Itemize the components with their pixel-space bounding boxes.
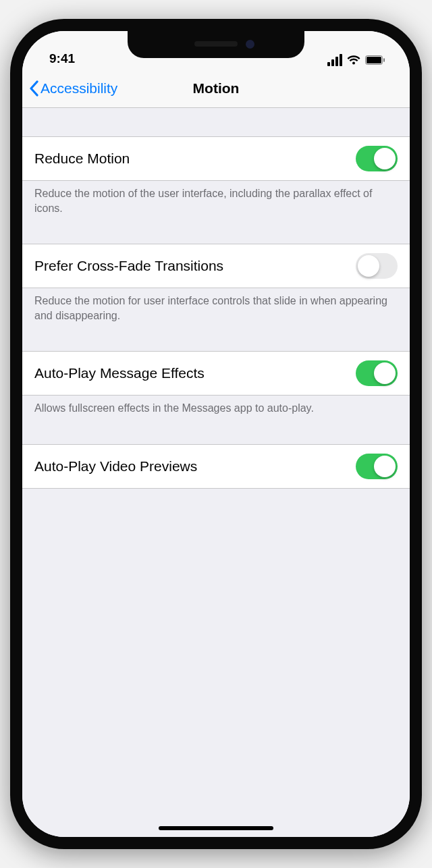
reduce-motion-footer: Reduce the motion of the user interface,… [22, 181, 410, 223]
navigation-bar: Accessibility Motion [22, 69, 410, 108]
notch [128, 31, 304, 58]
svg-rect-1 [367, 57, 381, 63]
home-indicator[interactable] [159, 826, 273, 830]
svg-rect-2 [383, 58, 385, 61]
auto-play-message-toggle[interactable] [356, 360, 398, 386]
page-title: Motion [193, 80, 240, 97]
content: Reduce Motion Reduce the motion of the u… [22, 108, 410, 837]
back-button[interactable]: Accessibility [29, 80, 117, 97]
reduce-motion-toggle[interactable] [356, 146, 398, 171]
reduce-motion-cell[interactable]: Reduce Motion [22, 136, 410, 181]
back-label: Accessibility [40, 80, 117, 97]
wifi-icon [347, 55, 360, 65]
auto-play-message-cell[interactable]: Auto-Play Message Effects [22, 351, 410, 396]
auto-play-video-label: Auto-Play Video Previews [34, 458, 197, 474]
auto-play-video-toggle[interactable] [356, 454, 398, 479]
cross-fade-cell[interactable]: Prefer Cross-Fade Transitions [22, 244, 410, 288]
cross-fade-label: Prefer Cross-Fade Transitions [34, 258, 223, 274]
reduce-motion-label: Reduce Motion [34, 151, 130, 167]
auto-play-video-cell[interactable]: Auto-Play Video Previews [22, 444, 410, 489]
status-time: 9:41 [49, 51, 97, 66]
cross-fade-footer: Reduce the motion for user interface con… [22, 288, 410, 331]
chevron-left-icon [29, 80, 39, 97]
screen: 9:41 Accessibility Motion [22, 31, 410, 837]
cellular-signal-icon [327, 54, 342, 66]
auto-play-message-footer: Allows fullscreen effects in the Message… [22, 396, 410, 424]
auto-play-message-label: Auto-Play Message Effects [34, 365, 205, 381]
device-frame: 9:41 Accessibility Motion [10, 19, 422, 849]
cross-fade-toggle[interactable] [356, 253, 398, 279]
battery-icon [365, 55, 385, 65]
